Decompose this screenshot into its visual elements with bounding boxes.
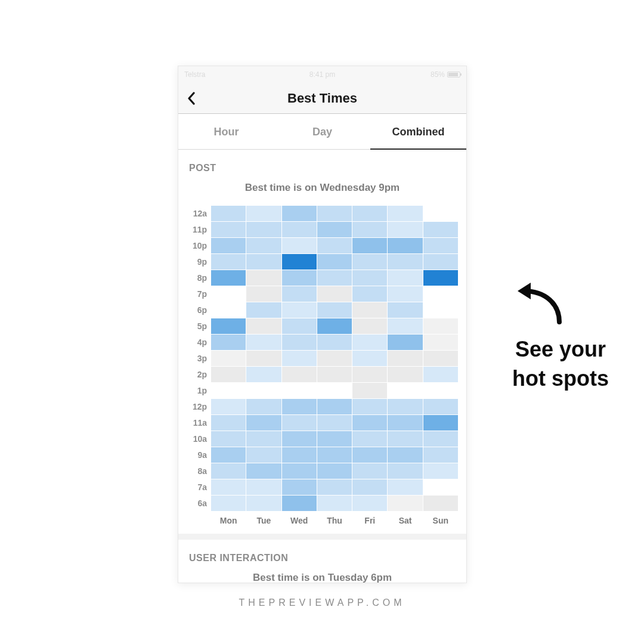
phone-frame: Telstra 8:41 pm 85% Best Times Hour Day … (178, 66, 467, 583)
heatmap-cell (352, 238, 387, 253)
heatmap-ylabel: 9a (184, 447, 210, 463)
section-divider (178, 534, 466, 540)
footer-url: THEPREVIEWAPP.COM (0, 597, 644, 608)
nav-bar: Best Times (178, 83, 466, 114)
heatmap-cell (282, 351, 317, 366)
heatmap-cell (423, 318, 458, 334)
heatmap-ylabel: 6p (184, 302, 210, 318)
heatmap-cell (352, 399, 387, 414)
heatmap-cell (423, 222, 458, 237)
heatmap-cell (317, 479, 352, 495)
heatmap-cell (352, 335, 387, 350)
tab-hour[interactable]: Hour (178, 114, 274, 149)
heatmap-cell (317, 351, 352, 366)
heatmap-cell (388, 415, 422, 431)
heatmap-cell (317, 496, 352, 511)
heatmap-ylabel: 12a (184, 206, 210, 221)
heatmap-cell (388, 286, 422, 302)
heatmap-cell (246, 399, 281, 414)
heatmap-xlabel: Wed (282, 511, 317, 525)
heatmap-cell (317, 383, 352, 398)
heatmap-cell (388, 479, 422, 495)
heatmap-cell (352, 318, 387, 334)
heatmap-cell (388, 351, 422, 366)
heatmap-cell (282, 447, 317, 463)
heatmap-cell (211, 335, 246, 350)
heatmap-cell (388, 399, 422, 414)
heatmap-cell (246, 238, 281, 253)
heatmap-cell (282, 383, 317, 398)
heatmap-cell (388, 496, 422, 511)
heatmap-cell (388, 463, 422, 479)
annotation-text: See your hot spots (483, 335, 638, 393)
tab-day[interactable]: Day (274, 114, 370, 149)
heatmap-cell (352, 496, 387, 511)
heatmap-cell (211, 238, 246, 253)
heatmap-cell (246, 415, 281, 431)
heatmap-cell (246, 431, 281, 447)
heatmap-cell (211, 367, 246, 382)
heatmap-ylabel: 8a (184, 463, 210, 479)
heatmap-cell (246, 206, 281, 221)
heatmap-cell (388, 335, 422, 350)
heatmap-cell (317, 335, 352, 350)
heatmap-cell (317, 415, 352, 431)
heatmap-ylabel: 3p (184, 351, 210, 366)
heatmap-ylabel: 5p (184, 318, 210, 334)
heatmap-cell (388, 222, 422, 237)
heatmap-cell (282, 463, 317, 479)
heatmap-cell (317, 206, 352, 221)
heatmap-cell (317, 222, 352, 237)
heatmap-cell (282, 302, 317, 318)
heatmap-cell (423, 367, 458, 382)
heatmap-cell (282, 415, 317, 431)
heatmap-cell (388, 318, 422, 334)
heatmap-cell (211, 431, 246, 447)
heatmap-cell (388, 270, 422, 286)
heatmap-cell (423, 447, 458, 463)
heatmap-cell (246, 302, 281, 318)
heatmap-cell (211, 479, 246, 495)
heatmap-cell (282, 254, 317, 270)
heatmap-cell (423, 270, 458, 286)
heatmap-xlabel: Sat (388, 511, 422, 525)
heatmap-cell (352, 447, 387, 463)
annotation: See your hot spots (483, 280, 638, 393)
heatmap-cell (352, 302, 387, 318)
heatmap-cell (317, 254, 352, 270)
heatmap-ylabel: 10a (184, 431, 210, 447)
heatmap-cell (246, 254, 281, 270)
heatmap-cell (423, 335, 458, 350)
heatmap-cell (352, 206, 387, 221)
heatmap-cell (317, 399, 352, 414)
heatmap-ylabel: 2p (184, 367, 210, 382)
heatmap-cell (352, 463, 387, 479)
post-section-head: POST (178, 150, 466, 177)
heatmap-ylabel: 4p (184, 335, 210, 350)
heatmap-cell (246, 496, 281, 511)
heatmap-cell (317, 447, 352, 463)
heatmap-cell (317, 302, 352, 318)
heatmap-cell (352, 286, 387, 302)
heatmap-cell (211, 206, 246, 221)
heatmap-cell (246, 351, 281, 366)
heatmap-cell (352, 383, 387, 398)
heatmap-cell (211, 222, 246, 237)
heatmap-xlabel: Thu (317, 511, 352, 525)
interaction-section-head: USER INTERACTION (178, 540, 466, 567)
heatmap-cell (282, 399, 317, 414)
heatmap-cell (317, 270, 352, 286)
tab-combined[interactable]: Combined (370, 114, 466, 149)
back-button[interactable] (187, 83, 196, 113)
interaction-section: USER INTERACTION Best time is on Tuesday… (178, 540, 466, 583)
heatmap-cell (282, 206, 317, 221)
heatmap-xlabel: Sun (423, 511, 458, 525)
heatmap-ylabel: 11a (184, 415, 210, 431)
heatmap-cell (423, 431, 458, 447)
heatmap-cell (423, 238, 458, 253)
heatmap-cell (211, 399, 246, 414)
heatmap-cell (211, 270, 246, 286)
page-title: Best Times (287, 91, 357, 106)
heatmap-cell (388, 254, 422, 270)
heatmap-cell (388, 302, 422, 318)
